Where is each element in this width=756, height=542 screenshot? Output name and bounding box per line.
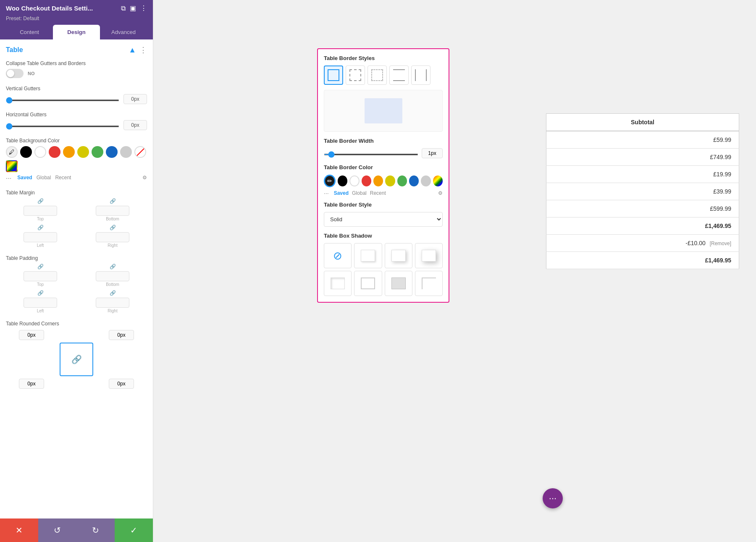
padding-top-input[interactable] (24, 271, 57, 281)
shadow-inset-sm-btn[interactable] (324, 271, 352, 296)
table-row-total: £1,469.95 (546, 217, 739, 235)
corner-tl-input[interactable] (19, 330, 44, 340)
popup-swatch-gray[interactable] (421, 175, 430, 186)
more-icon[interactable]: ⋮ (140, 4, 147, 12)
popup-swatch-gradient[interactable] (433, 175, 443, 186)
popup-tab-global[interactable]: Global (352, 190, 367, 196)
row-value-5: £599.99 (585, 200, 739, 217)
table-row: £59.99 (546, 131, 739, 149)
swatch-transparent[interactable] (134, 146, 146, 158)
padding-bottom-input[interactable] (96, 271, 129, 281)
margin-top-input[interactable] (24, 206, 57, 216)
popup-swatch-black[interactable] (338, 175, 347, 186)
swatch-gray[interactable] (120, 146, 132, 158)
tab-design[interactable]: Design (53, 25, 100, 39)
shadow-sm-btn[interactable] (354, 243, 382, 268)
horizontal-gutters-value[interactable] (123, 120, 147, 130)
eyedropper-swatch[interactable]: 🖊 (6, 146, 18, 158)
vertical-gutters-slider[interactable] (6, 99, 119, 101)
padding-top-label: Top (37, 282, 44, 287)
swatch-orange[interactable] (63, 146, 75, 158)
shadow-corner-btn[interactable] (415, 271, 443, 296)
border-style-inner[interactable] (368, 65, 387, 85)
sidebar-tabs: Content Design Advanced (6, 25, 147, 39)
save-button[interactable]: ✓ (115, 518, 153, 542)
padding-left-input[interactable] (24, 298, 57, 308)
shadow-corner-preview (422, 278, 436, 289)
swatch-red[interactable] (49, 146, 60, 158)
popup-swatch-white[interactable] (349, 175, 360, 186)
preset-label[interactable]: Preset: Default (6, 16, 147, 25)
layout-icon[interactable]: ▣ (130, 4, 136, 12)
tab-content[interactable]: Content (6, 25, 53, 39)
padding-right-input[interactable] (96, 298, 129, 308)
border-width-value[interactable] (422, 148, 443, 158)
row-label-discount (546, 235, 585, 252)
section-menu-icon[interactable]: ⋮ (139, 45, 147, 55)
undo-button[interactable]: ↺ (38, 518, 76, 542)
border-width-slider[interactable] (324, 154, 418, 155)
margin-bottom-input[interactable] (96, 206, 129, 216)
swatch-black[interactable] (20, 146, 32, 158)
popup-tab-saved[interactable]: Saved (334, 190, 349, 196)
color-tab-saved[interactable]: Saved (17, 175, 32, 182)
tab-advanced[interactable]: Advanced (100, 25, 147, 39)
color-gear-icon[interactable]: ⚙ (142, 175, 147, 182)
popup-tab-recent[interactable]: Recent (370, 190, 386, 196)
swatch-white[interactable] (34, 146, 46, 158)
remove-link[interactable]: [Remove] (710, 241, 731, 246)
corners-grid: 🔗 (6, 330, 147, 389)
bg-color-tabs: ··· Saved Global Recent ⚙ (6, 175, 147, 182)
checkout-table: Subtotal £59.99 £749.99 £19.99 £39.99 £5… (546, 113, 739, 269)
shadow-lg-btn[interactable] (415, 243, 443, 268)
popup-swatch-green[interactable] (397, 175, 407, 186)
corner-tr-input[interactable] (109, 330, 134, 340)
shadow-none-btn[interactable]: ⊘ (324, 243, 352, 268)
popup-swatch-blue[interactable] (409, 175, 419, 186)
popup-panel: Table Border Styles Table Border Width (317, 48, 449, 303)
shadow-md-preview (391, 250, 406, 262)
popup-swatch-red[interactable] (362, 175, 371, 186)
margin-top-label: Top (37, 217, 44, 221)
margin-left-input[interactable] (24, 232, 57, 242)
color-tab-global[interactable]: Global (37, 175, 51, 182)
redo-button[interactable]: ↻ (76, 518, 115, 542)
border-styles-label: Table Border Styles (324, 55, 443, 61)
swatch-gradient[interactable] (6, 160, 18, 172)
swatch-blue[interactable] (106, 146, 118, 158)
cancel-button[interactable]: ✕ (0, 518, 38, 542)
collapse-toggle[interactable] (6, 69, 24, 78)
corner-bl-input[interactable] (19, 379, 44, 389)
margin-right-input[interactable] (96, 232, 129, 242)
border-style-select[interactable]: Solid Dashed Dotted Double None (324, 212, 443, 227)
padding-bottom-cell: 🔗 Bottom (78, 264, 147, 287)
border-width-slider-row (324, 148, 443, 158)
vertical-gutters-label: Vertical Gutters (6, 86, 147, 92)
border-style-horizontal[interactable] (389, 65, 409, 85)
popup-swatch-yellow[interactable] (385, 175, 395, 186)
bg-color-swatches: 🖊 (6, 146, 147, 172)
shadow-flat-btn[interactable] (385, 271, 412, 296)
fab-button[interactable]: ··· (543, 488, 563, 508)
popup-gear-icon[interactable]: ⚙ (438, 190, 443, 196)
shadow-outline-btn[interactable] (354, 271, 382, 296)
color-tab-recent[interactable]: Recent (55, 175, 71, 182)
swatch-green[interactable] (92, 146, 103, 158)
copy-icon[interactable]: ⧉ (121, 5, 126, 12)
border-style-outer[interactable] (346, 65, 365, 85)
color-dots: ··· (6, 175, 11, 182)
border-style-vertical[interactable] (411, 65, 430, 85)
popup-swatch-orange[interactable] (373, 175, 383, 186)
corner-preview[interactable]: 🔗 (60, 343, 93, 376)
shadow-md-btn[interactable] (385, 243, 412, 268)
swatch-yellow[interactable] (77, 146, 89, 158)
border-style-all[interactable] (324, 65, 343, 85)
corner-br-input[interactable] (109, 379, 134, 389)
vertical-gutters-value[interactable] (123, 94, 147, 104)
section-collapse-icon[interactable]: ▲ (129, 46, 136, 55)
rounded-corners-control: Table Rounded Corners 🔗 (6, 321, 147, 389)
eyedropper-btn[interactable]: ✏ (324, 175, 336, 187)
table-header-cell: Subtotal (546, 114, 739, 131)
horizontal-gutters-slider[interactable] (6, 126, 119, 127)
row-label-3 (546, 166, 585, 183)
